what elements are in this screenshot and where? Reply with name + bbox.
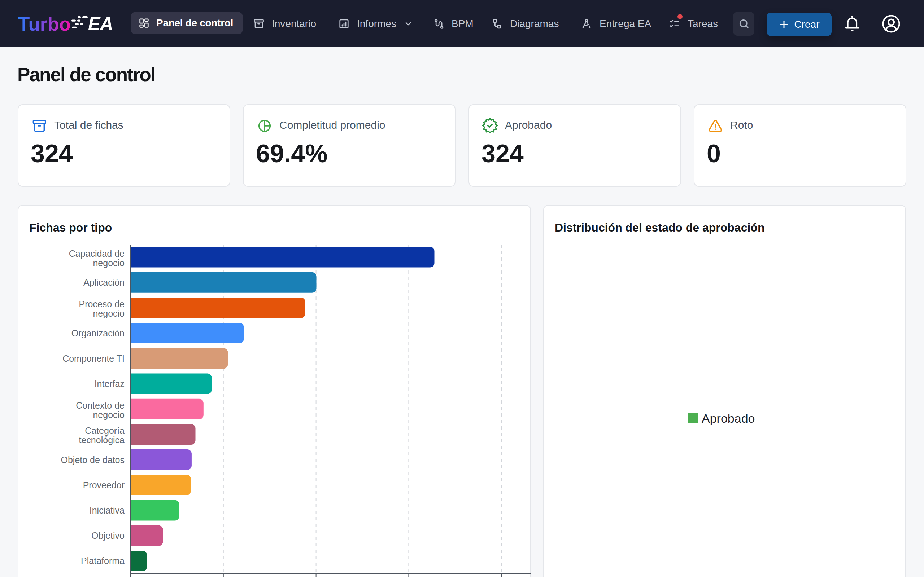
svg-text:Interfaz: Interfaz [95, 379, 124, 389]
svg-text:Proceso de: Proceso de [79, 299, 124, 309]
svg-text:Plataforma: Plataforma [81, 556, 124, 566]
svg-text:Proveedor: Proveedor [83, 480, 124, 490]
svg-text:negocio: negocio [93, 258, 124, 268]
svg-text:Objeto de datos: Objeto de datos [61, 455, 124, 465]
svg-text:Objetivo: Objetivo [91, 530, 124, 541]
svg-text:Capacidad de: Capacidad de [69, 248, 124, 259]
svg-text:EA: EA [88, 14, 113, 34]
svg-text:negocio: negocio [93, 308, 124, 318]
svg-text:Organización: Organización [71, 328, 124, 338]
svg-text:Iniciativa: Iniciativa [89, 505, 124, 515]
svg-text:Categoría: Categoría [85, 425, 124, 436]
svg-text:tecnológica: tecnológica [79, 435, 125, 445]
svg-text:Contexto de: Contexto de [76, 400, 124, 410]
svg-text:negocio: negocio [93, 410, 124, 420]
svg-text:Componente TI: Componente TI [63, 353, 124, 364]
svg-text:Aplicación: Aplicación [83, 277, 124, 287]
